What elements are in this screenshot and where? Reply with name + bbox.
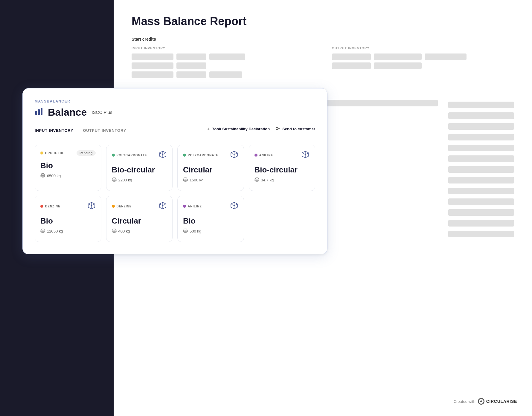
weight-icon xyxy=(183,229,188,234)
material-name: ANILINE xyxy=(259,154,273,157)
material-row: BENZINE xyxy=(112,205,132,208)
skeleton xyxy=(176,62,206,69)
inventory-row-2: BENZINE Bio xyxy=(35,196,315,242)
inv-card-polycarbonate-circular[interactable]: POLYCARBONATE Circular xyxy=(177,145,244,191)
tab-input-inventory[interactable]: INPUT INVENTORY xyxy=(35,125,73,136)
output-inventory-section: OUTPUT INVENTORY xyxy=(332,46,514,80)
weight-icon xyxy=(40,173,45,178)
send-to-customer-button[interactable]: Send to customer xyxy=(276,126,315,135)
material-name: BENZINE xyxy=(117,205,132,208)
skeleton xyxy=(209,53,245,60)
bar-chart-icon xyxy=(35,107,43,117)
input-inventory-section: INPUT INVENTORY xyxy=(132,46,314,80)
circularise-logo: CIRCULARISE xyxy=(478,398,517,405)
plus-icon: + xyxy=(207,126,210,132)
input-inventory-label: INPUT INVENTORY xyxy=(132,46,314,50)
inv-type: Bio xyxy=(183,216,238,226)
inv-type: Bio xyxy=(40,216,96,226)
inv-card-header: BENZINE xyxy=(40,201,96,211)
circularise-brand-name: CIRCULARISE xyxy=(486,399,517,404)
card-header: Balance ISCC Plus xyxy=(35,106,315,118)
brand-label: MASSBALANCER xyxy=(35,99,315,103)
weight-row: 34.7 kg xyxy=(254,178,310,183)
skeleton xyxy=(132,62,173,69)
svg-rect-0 xyxy=(35,111,37,115)
weight-row: 12050 kg xyxy=(40,229,96,234)
skeleton xyxy=(448,123,514,130)
skeleton xyxy=(448,209,514,216)
status-dot xyxy=(112,205,115,208)
output-inventory-label: OUTPUT INVENTORY xyxy=(332,46,514,50)
inv-type: Circular xyxy=(112,216,167,226)
svg-rect-2 xyxy=(41,108,42,115)
inventory-row-1: CRUDE OIL Pending Bio 6500 kg xyxy=(35,145,315,191)
weight-icon xyxy=(254,178,259,183)
main-card: MASSBALANCER Balance ISCC Plus INPUT INV… xyxy=(22,88,327,254)
created-with-footer: Created with CIRCULARISE xyxy=(454,398,517,405)
skeleton xyxy=(448,134,514,140)
inventory-grid: INPUT INVENTORY OUTPUT INVENTORY xyxy=(132,46,514,80)
skeleton xyxy=(132,53,173,60)
inv-card-crude-oil[interactable]: CRUDE OIL Pending Bio 6500 kg xyxy=(35,145,101,191)
status-dot xyxy=(183,205,186,208)
weight-icon xyxy=(112,229,117,234)
material-row: ANILINE xyxy=(183,205,202,208)
status-dot xyxy=(112,154,115,157)
send-to-customer-label: Send to customer xyxy=(282,127,315,131)
box-icon xyxy=(230,150,238,160)
skeleton xyxy=(448,220,514,227)
inv-type: Bio-circular xyxy=(112,165,167,175)
tab-output-inventory[interactable]: OUTPUT INVENTORY xyxy=(83,125,126,136)
skeleton xyxy=(448,177,514,183)
book-declaration-label: Book Sustainability Declaration xyxy=(211,127,270,131)
status-dot xyxy=(254,154,257,157)
material-name: BENZINE xyxy=(45,205,60,208)
skeleton xyxy=(448,145,514,151)
inv-card-aniline-bio-circular[interactable]: ANILINE Bio-circular xyxy=(249,145,315,191)
inv-weight: 34.7 kg xyxy=(261,178,274,182)
inv-card-header: ANILINE xyxy=(254,150,310,160)
book-declaration-button[interactable]: + Book Sustainability Declaration xyxy=(207,126,270,135)
inv-weight: 2200 kg xyxy=(118,178,132,182)
skeleton xyxy=(176,53,206,60)
material-row: ANILINE xyxy=(254,154,273,157)
skeleton xyxy=(374,53,422,60)
material-row: CRUDE OIL xyxy=(40,152,64,155)
circularise-circle-icon xyxy=(478,398,484,405)
inv-card-benzine-circular[interactable]: BENZINE Circular xyxy=(106,196,173,242)
inv-card-polycarbonate-bio-circular[interactable]: POLYCARBONATE Bio-circular xyxy=(106,145,173,191)
skeleton xyxy=(448,155,514,162)
skeleton xyxy=(176,71,206,78)
weight-icon xyxy=(112,178,117,183)
card-title: Balance xyxy=(48,106,87,118)
skeleton xyxy=(425,53,467,60)
status-dot xyxy=(40,152,43,155)
weight-row: 400 kg xyxy=(112,229,167,234)
card-subtitle: ISCC Plus xyxy=(92,110,112,115)
send-icon xyxy=(276,126,281,132)
inv-weight: 12050 kg xyxy=(47,229,63,233)
tabs-actions: + Book Sustainability Declaration Send t… xyxy=(207,126,315,135)
box-icon xyxy=(87,201,96,211)
material-name: POLYCARBONATE xyxy=(117,154,147,157)
start-credits-label: Start credits xyxy=(132,37,514,42)
inv-type: Bio-circular xyxy=(254,165,310,175)
svg-rect-1 xyxy=(38,109,40,115)
inv-card-aniline-bio[interactable]: ANILINE Bio xyxy=(177,196,244,242)
weight-icon xyxy=(183,178,188,183)
weight-row: 6500 kg xyxy=(40,173,96,178)
skeleton xyxy=(448,188,514,194)
box-icon xyxy=(158,150,167,160)
box-icon xyxy=(230,201,238,211)
created-with-label: Created with xyxy=(454,399,475,404)
status-dot xyxy=(40,205,43,208)
inv-weight: 1500 kg xyxy=(190,178,203,182)
inv-card-header: CRUDE OIL Pending xyxy=(40,150,96,156)
skeleton xyxy=(332,62,371,69)
right-skeletons xyxy=(448,102,514,237)
tabs-row: INPUT INVENTORY OUTPUT INVENTORY + Book … xyxy=(35,125,315,136)
weight-icon xyxy=(40,229,45,234)
material-name: ANILINE xyxy=(188,205,202,208)
inv-card-benzine-bio[interactable]: BENZINE Bio xyxy=(35,196,101,242)
weight-row: 1500 kg xyxy=(183,178,238,183)
